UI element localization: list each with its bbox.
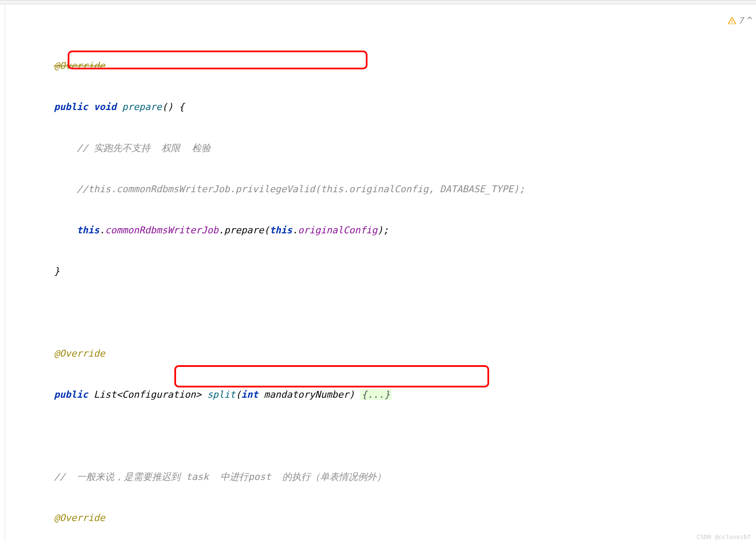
warning-badge[interactable]: 7 <box>727 14 744 27</box>
code-line[interactable] <box>5 306 756 319</box>
code-line[interactable]: } <box>5 265 756 278</box>
editor-container: 7 ^ @Override public void prepare() { //… <box>0 4 756 542</box>
code-line[interactable]: @Override <box>5 511 756 525</box>
annotation: @Override <box>54 60 105 71</box>
chevron-up-icon[interactable]: ^ <box>747 14 753 27</box>
code-line[interactable]: public void prepare() { <box>5 100 756 114</box>
inspection-indicators[interactable]: 7 ^ <box>727 14 753 27</box>
code-line[interactable]: public List<Configuration> split(int man… <box>5 388 756 402</box>
code-line[interactable]: // 实跑先不支持 权限 检验 <box>5 141 756 155</box>
code-line[interactable]: //this.commonRdbmsWriterJob.privilegeVal… <box>5 182 756 196</box>
code-line[interactable] <box>5 429 756 443</box>
code-line[interactable]: // 一般来说，是需要推迟到 task 中进行post 的执行（单表情况例外） <box>5 470 756 484</box>
code-fold[interactable]: {...} <box>360 389 391 400</box>
warning-icon <box>727 16 737 25</box>
warning-count: 7 <box>738 14 744 27</box>
gutter[interactable] <box>0 4 5 542</box>
watermark: CSDN @cclovezbf <box>697 530 751 542</box>
code-area[interactable]: 7 ^ @Override public void prepare() { //… <box>5 4 756 542</box>
editor-top-bar <box>0 0 756 4</box>
code-line[interactable]: @Override <box>5 347 756 360</box>
highlight-box-2 <box>174 365 489 387</box>
code-line[interactable]: this.commonRdbmsWriterJob.prepare(this.o… <box>5 223 756 237</box>
code-line[interactable]: @Override <box>5 59 756 73</box>
